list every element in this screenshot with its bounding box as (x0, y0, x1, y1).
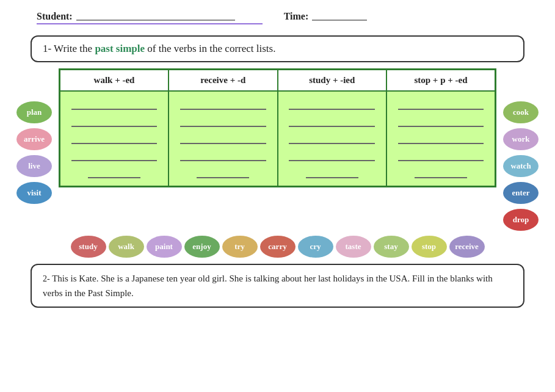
cell-study-lines (285, 96, 380, 181)
line (398, 116, 484, 127)
verb-table: walk + -ed receive + -d study + -ied sto… (59, 68, 496, 187)
oval-taste: taste (336, 236, 371, 258)
oval-cook: cook (503, 101, 539, 123)
oval-receive: receive (449, 236, 485, 258)
header: Student: Time: (0, 0, 555, 22)
header-underline (37, 23, 263, 24)
oval-stay: stay (374, 236, 409, 258)
line (180, 133, 266, 144)
oval-live: live (16, 155, 52, 177)
oval-watch: watch (503, 155, 539, 177)
right-ovals-column: cook work watch enter drop (499, 95, 543, 231)
table-body-row (60, 91, 496, 187)
line (71, 116, 157, 127)
section2-number: 2- (43, 274, 50, 283)
col-receive: receive + -d (169, 70, 278, 92)
oval-enter: enter (503, 182, 539, 204)
line (71, 133, 157, 144)
time-label: Time: (284, 11, 309, 22)
cell-receive-lines (175, 96, 271, 181)
line (289, 99, 375, 110)
line (71, 150, 157, 161)
instruction-suffix: of the verbs in the correct lists. (145, 43, 275, 54)
oval-visit: visit (16, 182, 52, 204)
section2-box: 2- This is Kate. She is a Japanese ten y… (31, 264, 524, 308)
oval-walk: walk (109, 236, 144, 258)
student-field: Student: (37, 11, 235, 22)
cell-stop (386, 91, 496, 187)
student-line (76, 20, 235, 21)
instruction-highlight: past simple (95, 43, 145, 54)
time-line (312, 20, 367, 21)
time-field: Time: (284, 11, 368, 22)
line (306, 167, 358, 178)
oval-try: try (222, 236, 258, 258)
student-label: Student: (37, 11, 73, 22)
line (88, 167, 140, 178)
section2-text: This is Kate. She is a Japanese ten year… (43, 274, 493, 298)
verb-table-container: walk + -ed receive + -d study + -ied sto… (59, 68, 496, 231)
line (180, 150, 266, 161)
line (289, 150, 375, 161)
oval-work: work (503, 128, 539, 150)
bottom-ovals-row: study walk paint enjoy try carry cry tas… (12, 236, 543, 258)
table-header-row: walk + -ed receive + -d study + -ied sto… (60, 70, 496, 92)
oval-arrive: arrive (16, 128, 52, 150)
cell-stop-lines (393, 96, 488, 181)
left-ovals-column: plan arrive live visit (12, 95, 56, 231)
oval-paint: paint (147, 236, 182, 258)
cell-walk-lines (67, 96, 162, 181)
line (415, 167, 467, 178)
cell-walk (60, 91, 169, 187)
line (398, 99, 484, 110)
oval-drop: drop (503, 209, 539, 231)
line (398, 150, 484, 161)
oval-cry: cry (298, 236, 333, 258)
col-walk: walk + -ed (60, 70, 169, 92)
line (289, 133, 375, 144)
oval-study: study (71, 236, 106, 258)
line (398, 133, 484, 144)
oval-carry: carry (260, 236, 296, 258)
cell-study (278, 91, 387, 187)
line (289, 116, 375, 127)
instruction-box: 1- Write the past simple of the verbs in… (31, 35, 524, 62)
main-area: plan arrive live visit walk + -ed receiv… (12, 68, 543, 231)
cell-receive (169, 91, 278, 187)
oval-enjoy: enjoy (184, 236, 220, 258)
col-stop: stop + p + -ed (386, 70, 496, 92)
oval-stop: stop (412, 236, 447, 258)
col-study: study + -ied (278, 70, 387, 92)
instruction-prefix: 1- Write the (43, 43, 95, 54)
line (197, 167, 249, 178)
line (180, 116, 266, 127)
line (71, 99, 157, 110)
line (180, 99, 266, 110)
oval-plan: plan (16, 101, 52, 123)
